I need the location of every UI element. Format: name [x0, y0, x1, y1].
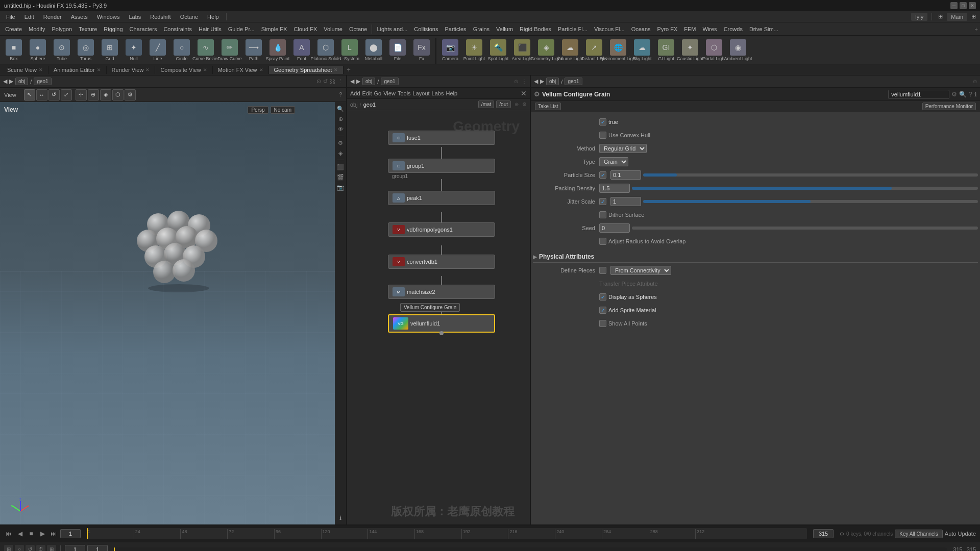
- cam-button[interactable]: No cam: [271, 106, 295, 114]
- props-info-icon[interactable]: ℹ: [974, 91, 977, 98]
- viewport-info-icon[interactable]: ?: [337, 92, 344, 97]
- props-nav-back[interactable]: ◀: [534, 78, 538, 85]
- viewport-geo1-btn[interactable]: geo1: [34, 78, 51, 85]
- tl-go-end[interactable]: ⏭: [49, 529, 58, 538]
- tab-add-button[interactable]: +: [344, 65, 354, 74]
- scrub-slider[interactable]: [114, 547, 947, 552]
- jitter-scale-checkbox[interactable]: [599, 198, 606, 205]
- maximize-button[interactable]: □: [960, 2, 967, 9]
- tb1-wires[interactable]: Wires: [700, 25, 720, 33]
- vp-rt-3[interactable]: 👁: [336, 124, 345, 134]
- method-select[interactable]: Regular Grid Random: [599, 144, 647, 153]
- menu-edit[interactable]: Edit: [20, 13, 38, 21]
- vp-rt-5[interactable]: ◈: [336, 148, 345, 158]
- viewport-3d-area[interactable]: View Persp No cam x y z: [0, 102, 346, 524]
- menu-render[interactable]: Render: [39, 13, 66, 21]
- snap3[interactable]: ◈: [100, 89, 111, 101]
- node-fuse1[interactable]: ⊕ fuse1: [388, 131, 495, 145]
- tab-geo-spreadsheet[interactable]: Geometry Spreadsheet ✕: [269, 66, 344, 74]
- graph-menu-layout[interactable]: Layout: [413, 90, 430, 96]
- snap4[interactable]: ⬡: [112, 89, 124, 101]
- viewport-nav-fwd[interactable]: ▶: [9, 78, 13, 85]
- tb1-pyro[interactable]: Pyro FX: [654, 25, 681, 33]
- menu-file[interactable]: File: [2, 13, 19, 21]
- shelf-env-light[interactable]: 🌐 Environment Light: [606, 38, 630, 63]
- timeline-playhead[interactable]: [87, 528, 88, 539]
- graph-path-geo1[interactable]: geo1: [363, 102, 376, 108]
- tb1-crowds[interactable]: Crowds: [721, 25, 746, 33]
- packing-density-slider[interactable]: [632, 187, 978, 190]
- shelf-tube[interactable]: ⊙ Tube: [50, 38, 74, 63]
- snap1[interactable]: ⊹: [76, 89, 87, 101]
- vp-rt-7[interactable]: 🎬: [336, 172, 345, 182]
- menu-redshift[interactable]: Redshift: [146, 13, 175, 21]
- tb1-rigging[interactable]: Rigging: [101, 25, 126, 33]
- tb1-drivesim[interactable]: Drive Sim...: [746, 25, 781, 33]
- node-matchsize2[interactable]: M matchsize2: [388, 285, 495, 299]
- shelf-file[interactable]: 📄 File: [386, 38, 409, 63]
- graph-menu-add[interactable]: Add: [350, 90, 360, 96]
- graph-out-btn[interactable]: /out: [496, 101, 511, 108]
- node-vellumfluid1[interactable]: Vellum Configure Grain VG vellumfluid1: [388, 314, 495, 333]
- tb1-lights[interactable]: Lights and...: [374, 25, 410, 33]
- adjust-radius-checkbox[interactable]: [599, 238, 606, 245]
- tb1-texture[interactable]: Texture: [76, 25, 100, 33]
- node-peak1[interactable]: △ peak1: [388, 191, 495, 205]
- viewport-link-icon[interactable]: ⛓: [330, 79, 335, 85]
- snap5[interactable]: ⚙: [125, 89, 136, 101]
- props-question-icon[interactable]: ?: [969, 91, 972, 98]
- tb1-viscous[interactable]: Viscous Fl...: [591, 25, 628, 33]
- add-sprite-checkbox[interactable]: [599, 307, 606, 314]
- graph-menu-view[interactable]: View: [383, 90, 396, 96]
- particle-size-checkbox[interactable]: [599, 171, 606, 179]
- shelf-circle[interactable]: ○ Circle: [170, 38, 193, 63]
- graph-menu-tools[interactable]: Tools: [398, 90, 411, 96]
- shelf-curve-bezier[interactable]: ∿ Curve Bezier: [194, 38, 217, 63]
- shelf-path[interactable]: ⟶ Path: [242, 38, 265, 63]
- props-gear-icon[interactable]: ⚙: [951, 91, 957, 98]
- tb1-polygon[interactable]: Polygon: [48, 25, 75, 33]
- graph-hdr-more[interactable]: ⋮: [522, 79, 527, 84]
- shelf-grid[interactable]: ⊞ Grid: [98, 38, 121, 63]
- shelf-volume-light[interactable]: ☁ Volume Light: [558, 38, 582, 63]
- tb1-collisions[interactable]: Collisions: [411, 25, 441, 33]
- current-frame-input[interactable]: [60, 529, 81, 538]
- tab-motion-fx[interactable]: Motion FX View ✕: [213, 66, 269, 74]
- tab-animation-editor[interactable]: Animation Editor ✕: [48, 66, 107, 74]
- scrub-icon4[interactable]: ⏱: [36, 545, 45, 552]
- shelf-box[interactable]: ■ Box: [2, 38, 26, 63]
- menu-labs[interactable]: Labs: [125, 13, 145, 21]
- jitter-scale-slider[interactable]: [643, 200, 978, 203]
- viewport-more-icon[interactable]: ⋮: [337, 78, 343, 85]
- shelf-geometry-light[interactable]: ◈ Geometry Light: [534, 38, 558, 63]
- node-convertvdb1[interactable]: V convertvdb1: [388, 255, 495, 269]
- rotate-tool[interactable]: ↺: [48, 89, 60, 101]
- tb1-particlefl[interactable]: Particle Fl...: [555, 25, 591, 33]
- shelf-line[interactable]: ╱ Line: [146, 38, 169, 63]
- shelf-platonic[interactable]: ⬡ Platonic Solids: [314, 38, 337, 63]
- key-all-btn[interactable]: Key All Channels: [895, 530, 943, 538]
- jitter-scale-input[interactable]: [610, 197, 641, 206]
- graph-nav-back[interactable]: ◀: [350, 78, 354, 85]
- tb1-simplefx[interactable]: Simple FX: [258, 25, 290, 33]
- dither-surface-checkbox[interactable]: [599, 211, 606, 218]
- tb1-grains[interactable]: Grains: [470, 25, 493, 33]
- props-obj-btn[interactable]: obj: [546, 78, 559, 85]
- take-list-btn[interactable]: Take List: [535, 103, 561, 110]
- tb1-rigid[interactable]: Rigid Bodies: [517, 25, 554, 33]
- node-group1[interactable]: □ group1 group1: [388, 159, 495, 180]
- shelf-font[interactable]: A Font: [290, 38, 313, 63]
- shelf-spray[interactable]: 💧 Spray Paint: [266, 38, 289, 63]
- tab-scene-view-close[interactable]: ✕: [39, 67, 43, 72]
- scrub-icon5[interactable]: ⊞: [47, 545, 56, 552]
- display-spheres-checkbox[interactable]: [599, 293, 606, 300]
- tb1-particles[interactable]: Particles: [442, 25, 469, 33]
- tb1-volume[interactable]: Volume: [321, 25, 346, 33]
- graph-path-obj[interactable]: obj: [350, 102, 358, 108]
- graph-menu-help[interactable]: Help: [446, 90, 457, 96]
- tb1-hair[interactable]: Hair Utils: [195, 25, 225, 33]
- tl-settings-icon[interactable]: ⚙: [840, 531, 844, 537]
- graph-path-icon[interactable]: ⊕: [513, 102, 520, 107]
- tl-step-back[interactable]: ◀: [15, 529, 24, 538]
- scrub-icon3[interactable]: ↺: [26, 545, 35, 552]
